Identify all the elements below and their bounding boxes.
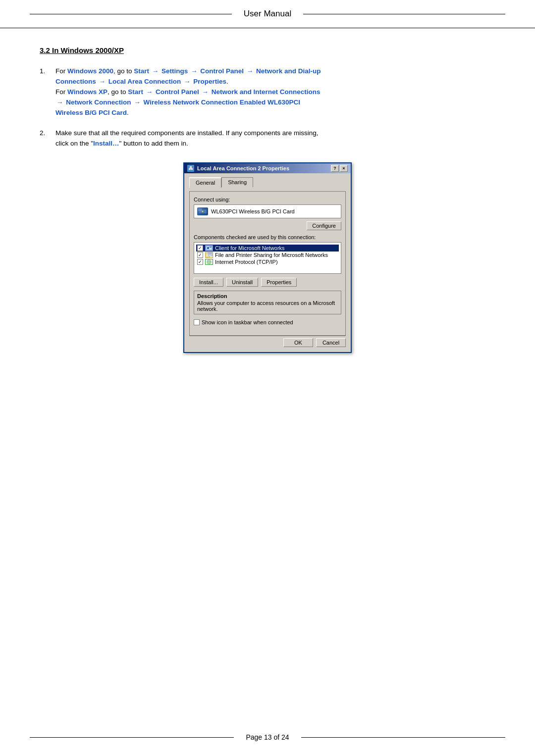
component-client[interactable]: Client for Microsoft Networks (196, 245, 339, 252)
svg-rect-4 (207, 247, 209, 249)
tab-general[interactable]: General (189, 177, 221, 188)
component-tcpip[interactable]: Internet Protocol (TCP/IP) (196, 258, 339, 265)
item2-text: Make sure that all the required componen… (55, 129, 319, 147)
tab-general-label: General (196, 180, 215, 186)
header-line-right (303, 14, 505, 14)
list-item-2: 2. Make sure that all the required compo… (40, 128, 495, 149)
arrow-5: → (182, 78, 192, 85)
configure-button[interactable]: Configure (307, 221, 341, 230)
ok-button[interactable]: OK (283, 338, 313, 347)
device-icon (197, 207, 208, 215)
list-number-2: 2. (40, 128, 50, 149)
connect-using-label: Connect using: (194, 197, 341, 202)
fileprint-icon (205, 252, 213, 258)
dialog-title-area: 🖧 Local Area Connection 2 Properties (187, 165, 289, 172)
help-button[interactable]: ? (331, 165, 339, 172)
dialog-body: General Sharing Connect using: (184, 173, 351, 352)
start-link-1: Start (134, 67, 149, 75)
header-line-left (30, 14, 232, 14)
install-button[interactable]: Install... (194, 278, 223, 287)
close-button[interactable]: × (340, 165, 348, 172)
winxp-link: Windows XP (67, 88, 107, 96)
arrow-2: → (189, 67, 199, 75)
page-header: User Manual (0, 0, 535, 28)
checkbox-client[interactable] (197, 245, 203, 251)
svg-rect-9 (209, 254, 212, 254)
list-number-1: 1. (40, 66, 50, 118)
titlebar-buttons[interactable]: ? × (331, 165, 348, 172)
tab-sharing[interactable]: Sharing (221, 177, 253, 187)
section-heading: 3.2 In Windows 2000/XP (40, 46, 495, 54)
show-icon-checkbox[interactable] (194, 319, 200, 325)
instruction-list: 1. For Windows 2000, go to Start → Setti… (40, 66, 495, 149)
dialog-icon: 🖧 (187, 165, 194, 172)
components-label: Components checked are used by this conn… (194, 234, 341, 240)
show-icon-label: Show icon in taskbar when connected (202, 319, 293, 325)
item1-text: For Windows 2000, go to Start → Settings… (55, 67, 321, 116)
main-content: 3.2 In Windows 2000/XP 1. For Windows 20… (0, 28, 535, 393)
arrow-8: → (56, 99, 65, 106)
win2000-link: Windows 2000 (67, 67, 113, 75)
list-content-2: Make sure that all the required componen… (55, 128, 495, 149)
description-label: Description (197, 293, 338, 299)
configure-btn-row: Configure (194, 221, 341, 230)
client-icon (205, 245, 213, 251)
properties-link-1: Properties (193, 78, 226, 85)
checkbox-tcpip[interactable] (197, 259, 203, 265)
settings-link: Settings (161, 67, 188, 75)
controlpanel-link-1: Control Panel (200, 67, 244, 75)
footer-line-right (301, 737, 505, 738)
arrow-3: → (245, 67, 255, 75)
tcpip-label: Internet Protocol (TCP/IP) (215, 259, 278, 265)
cancel-button[interactable]: Cancel (316, 338, 346, 347)
network-internet-link: Network and Internet Connections (212, 88, 321, 96)
dialog-tab-content: Connect using: WL630PCI Wireless B/G PCI… (189, 191, 346, 336)
svg-rect-5 (210, 247, 212, 248)
header-title: User Manual (232, 9, 303, 19)
uninstall-button[interactable]: Uninstall (226, 278, 258, 287)
description-group: Description Allows your computer to acce… (194, 291, 341, 314)
description-text: Allows your computer to access resources… (197, 300, 338, 312)
fileprint-label: File and Printer Sharing for Microsoft N… (215, 252, 328, 258)
arrow-1: → (150, 67, 160, 75)
dialog-tabs: General Sharing (189, 177, 346, 187)
svg-rect-1 (198, 208, 202, 211)
device-box: WL630PCI Wireless B/G PCI Card (194, 204, 341, 218)
component-fileprint[interactable]: File and Printer Sharing for Microsoft N… (196, 252, 339, 258)
show-icon-row: Show icon in taskbar when connected (194, 319, 341, 325)
dialog-title-text: Local Area Connection 2 Properties (197, 165, 289, 171)
properties-dialog: 🖧 Local Area Connection 2 Properties ? ×… (183, 162, 352, 353)
arrow-6: → (144, 88, 155, 96)
footer-text: Page 13 of 24 (234, 733, 301, 741)
install-reference: Install… (93, 140, 119, 147)
checkbox-fileprint[interactable] (197, 252, 203, 258)
footer-line-left (30, 737, 234, 738)
page-footer: Page 13 of 24 (0, 733, 535, 741)
arrow-9: → (132, 99, 143, 106)
device-name: WL630PCI Wireless B/G PCI Card (211, 208, 295, 214)
arrow-4: → (97, 78, 107, 85)
local-area-link: Local Area Connection (108, 78, 181, 85)
properties-button[interactable]: Properties (261, 278, 297, 287)
svg-rect-8 (209, 253, 212, 253)
ok-cancel-row: OK Cancel (189, 336, 346, 348)
list-content-1: For Windows 2000, go to Start → Settings… (55, 66, 495, 118)
dialog-titlebar: 🖧 Local Area Connection 2 Properties ? × (184, 163, 351, 173)
install-buttons-row: Install... Uninstall Properties (194, 278, 341, 287)
dialog-container: 🖧 Local Area Connection 2 Properties ? ×… (40, 162, 495, 353)
start-link-2: Start (128, 88, 143, 96)
controlpanel-link-2: Control Panel (156, 88, 199, 96)
components-list[interactable]: Client for Microsoft Networks (194, 242, 341, 274)
network-connection-link: Network Connection (66, 99, 131, 106)
arrow-7: → (200, 88, 211, 96)
list-item-1: 1. For Windows 2000, go to Start → Setti… (40, 66, 495, 118)
tcpip-icon (205, 259, 213, 265)
tab-sharing-label: Sharing (228, 179, 247, 185)
svg-point-2 (202, 211, 204, 212)
client-label: Client for Microsoft Networks (215, 245, 285, 251)
